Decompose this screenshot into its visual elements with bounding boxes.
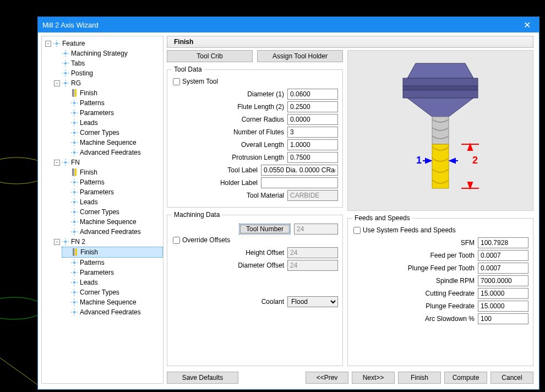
- tree-item[interactable]: Patterns: [63, 98, 162, 108]
- tree-item[interactable]: Posting: [54, 68, 162, 78]
- protrusion-length-input[interactable]: [287, 152, 338, 163]
- tree-item[interactable]: Corner Types: [63, 128, 162, 138]
- tree-item[interactable]: Parameters: [63, 108, 162, 118]
- tree-item[interactable]: Parameters: [63, 187, 162, 197]
- svg-rect-18: [65, 70, 66, 71]
- svg-rect-28: [74, 100, 74, 101]
- tree-item[interactable]: Corner Types: [63, 207, 162, 217]
- spindle-rpm-input[interactable]: [478, 275, 528, 286]
- next-button[interactable]: Next>>: [352, 372, 395, 384]
- tree-group[interactable]: −FN: [54, 157, 162, 167]
- tree-item[interactable]: Machine Sequence: [63, 297, 162, 307]
- coolant-select[interactable]: Flood: [287, 296, 338, 307]
- svg-rect-50: [71, 142, 72, 143]
- system-tool-checkbox[interactable]: System Tool: [173, 78, 338, 85]
- override-offsets-checkbox[interactable]: Override Offsets: [173, 236, 338, 244]
- svg-point-102: [73, 271, 76, 274]
- collapse-icon[interactable]: −: [54, 239, 60, 245]
- tree-item-label: Corner Types: [80, 128, 119, 138]
- tree-item[interactable]: Leads: [63, 277, 162, 287]
- arc-slowdown-label: Arc Slowdown %: [352, 315, 475, 323]
- tree-item[interactable]: Finish: [63, 88, 162, 98]
- svg-rect-6: [59, 43, 60, 43]
- svg-rect-80: [71, 211, 72, 212]
- svg-rect-71: [77, 192, 78, 192]
- tree-item-label: Advanced Feedrates: [80, 307, 141, 317]
- tree-item[interactable]: Advanced Feedrates: [63, 307, 162, 317]
- tree-group[interactable]: −FN 2: [54, 237, 162, 247]
- svg-point-82: [73, 221, 76, 224]
- assign-tool-holder-button[interactable]: Assign Tool Holder: [257, 50, 343, 62]
- svg-rect-53: [74, 149, 74, 150]
- tree-item[interactable]: Tabs: [54, 58, 162, 68]
- tree-item[interactable]: Advanced Feedrates: [63, 227, 162, 237]
- tree-item[interactable]: Parameters: [63, 268, 162, 277]
- cancel-button[interactable]: Cancel: [490, 372, 533, 384]
- tree-item-label: Patterns: [80, 258, 105, 268]
- compute-button[interactable]: Compute: [444, 372, 487, 384]
- tree-item[interactable]: Finish: [63, 167, 162, 177]
- tree-item[interactable]: Machining Strategy: [54, 48, 162, 58]
- svg-point-12: [64, 62, 67, 65]
- tree-item[interactable]: Machine Sequence: [63, 138, 162, 148]
- svg-rect-8: [65, 50, 66, 51]
- svg-point-62: [73, 181, 76, 184]
- tree-item[interactable]: Corner Types: [63, 287, 162, 297]
- svg-point-117: [73, 301, 76, 304]
- tree-item-label: Leads: [80, 197, 98, 207]
- tree-item[interactable]: Machine Sequence: [63, 217, 162, 227]
- finish-button[interactable]: Finish: [398, 372, 441, 384]
- tree-group[interactable]: −RG: [54, 78, 162, 88]
- tool-crib-button[interactable]: Tool Crib: [167, 50, 253, 62]
- tool-number-button[interactable]: Tool Number: [239, 224, 291, 235]
- gear-icon: [70, 258, 79, 267]
- collapse-icon[interactable]: −: [54, 160, 60, 166]
- plunge-feed-per-tooth-input[interactable]: [478, 263, 528, 274]
- tree-item-label: Patterns: [80, 98, 105, 108]
- gear-icon: [61, 237, 70, 246]
- use-system-feeds-checkbox[interactable]: Use System Feeds and Speeds: [353, 226, 528, 234]
- sfm-input[interactable]: [478, 237, 528, 248]
- svg-rect-101: [77, 262, 78, 263]
- save-defaults-button[interactable]: Save Defaults: [167, 372, 238, 384]
- corner-radius-input[interactable]: [287, 114, 338, 125]
- override-offsets-input[interactable]: [173, 237, 180, 244]
- gear-icon: [70, 108, 79, 117]
- close-icon[interactable]: ✕: [519, 20, 535, 30]
- svg-rect-104: [74, 275, 74, 276]
- arc-slowdown-input[interactable]: [478, 313, 528, 324]
- svg-point-2: [56, 42, 58, 45]
- finish-icon: [70, 248, 79, 257]
- tree-item[interactable]: Patterns: [63, 177, 162, 187]
- tree-item[interactable]: Patterns: [63, 258, 162, 268]
- tool-label-input[interactable]: [261, 165, 338, 176]
- feature-tree[interactable]: − Feature Machining StrategyTabsPosting …: [41, 36, 164, 384]
- plunge-feedrate-label: Plunge Feedrate: [352, 302, 475, 310]
- svg-rect-21: [68, 73, 69, 73]
- svg-marker-139: [468, 182, 472, 188]
- holder-label-input[interactable]: [261, 177, 338, 188]
- prev-button[interactable]: <<Prev: [306, 372, 348, 384]
- svg-rect-43: [74, 129, 74, 130]
- num-flutes-input[interactable]: [287, 127, 338, 138]
- overall-length-input[interactable]: [287, 139, 338, 150]
- plunge-feedrate-input[interactable]: [478, 301, 528, 312]
- feed-per-tooth-input[interactable]: [478, 250, 528, 261]
- collapse-icon[interactable]: −: [45, 41, 51, 47]
- flute-length-input[interactable]: [287, 101, 338, 112]
- system-tool-input[interactable]: [173, 78, 180, 85]
- tree-item[interactable]: Leads: [63, 118, 162, 128]
- tree-item[interactable]: Advanced Feedrates: [63, 148, 162, 157]
- svg-point-42: [73, 132, 76, 134]
- tree-item[interactable]: Leads: [63, 197, 162, 207]
- tree-root[interactable]: − Feature: [45, 39, 162, 48]
- tree-root-label: Feature: [62, 39, 85, 48]
- collapse-icon[interactable]: −: [54, 80, 60, 86]
- tree-item-label: Leads: [80, 277, 98, 287]
- cutting-feedrate-input[interactable]: [478, 288, 528, 299]
- svg-rect-48: [74, 139, 74, 140]
- svg-rect-110: [71, 282, 72, 282]
- use-system-feeds-input[interactable]: [353, 227, 361, 234]
- diameter-input[interactable]: [287, 89, 338, 100]
- tree-item[interactable]: Finish: [62, 247, 163, 258]
